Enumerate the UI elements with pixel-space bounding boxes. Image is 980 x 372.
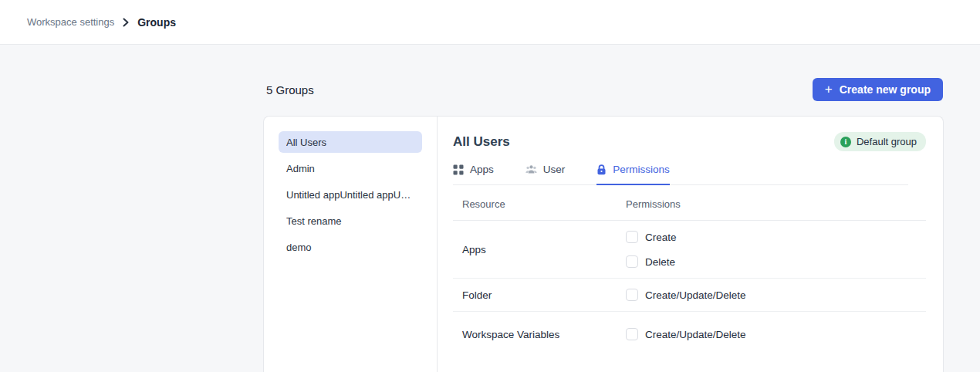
breadcrumb-workspace-settings[interactable]: Workspace settings bbox=[27, 16, 114, 28]
default-group-badge: i Default group bbox=[834, 132, 926, 151]
permission-option-create: Create bbox=[626, 231, 677, 243]
default-group-label: Default group bbox=[857, 136, 917, 147]
group-item-test-rename[interactable]: Test rename bbox=[279, 210, 422, 232]
table-row-workspace-variables: Workspace Variables Create/Update/Delete bbox=[453, 312, 926, 350]
tab-permissions[interactable]: Permissions bbox=[596, 164, 670, 185]
tab-user[interactable]: User bbox=[525, 164, 566, 185]
create-new-group-button[interactable]: + Create new group bbox=[813, 78, 943, 101]
permission-options: Create/Update/Delete bbox=[626, 289, 746, 301]
column-header-permissions: Permissions bbox=[626, 198, 926, 210]
users-icon bbox=[525, 164, 537, 174]
resource-label: Workspace Variables bbox=[462, 329, 626, 340]
top-header: Workspace settings Groups bbox=[0, 0, 980, 45]
permission-option-delete: Delete bbox=[626, 255, 677, 268]
checkbox-label: Create/Update/Delete bbox=[645, 289, 746, 301]
group-item-label: Admin bbox=[286, 163, 315, 174]
table-row-folder: Folder Create/Update/Delete bbox=[453, 279, 926, 312]
group-item-all-users[interactable]: All Users bbox=[279, 131, 422, 153]
group-detail-panel: All Users i Default group Apps bbox=[438, 117, 943, 372]
groups-count: 5 Groups bbox=[266, 83, 314, 96]
group-list: All Users Admin Untitled appUntitled app… bbox=[264, 117, 438, 372]
group-title: All Users bbox=[453, 134, 510, 150]
lock-icon bbox=[596, 164, 607, 175]
info-icon: i bbox=[840, 137, 851, 147]
checkbox-label: Create bbox=[645, 232, 677, 243]
checkbox-label: Delete bbox=[645, 256, 675, 268]
group-item-label: Untitled appUntitled appUntitle… bbox=[286, 189, 414, 201]
breadcrumb: Workspace settings Groups bbox=[27, 16, 176, 29]
create-new-group-label: Create new group bbox=[840, 83, 931, 96]
delete-checkbox[interactable] bbox=[626, 255, 638, 268]
tab-bar: Apps User bbox=[453, 164, 908, 185]
groups-toolbar: 5 Groups + Create new group bbox=[266, 78, 943, 101]
permissions-table-header: Resource Permissions bbox=[453, 185, 926, 221]
permission-option-cud: Create/Update/Delete bbox=[626, 328, 746, 340]
chevron-right-icon bbox=[122, 18, 130, 27]
group-item-label: Test rename bbox=[286, 215, 342, 227]
folder-cud-checkbox[interactable] bbox=[626, 289, 638, 301]
permission-option-cud: Create/Update/Delete bbox=[626, 289, 746, 301]
grid-icon bbox=[453, 164, 464, 175]
resource-label: Apps bbox=[462, 244, 626, 255]
plus-icon: + bbox=[825, 83, 833, 96]
tab-permissions-label: Permissions bbox=[613, 164, 670, 175]
group-item-admin[interactable]: Admin bbox=[279, 157, 422, 179]
checkbox-label: Create/Update/Delete bbox=[645, 329, 746, 340]
permission-options: Create Delete bbox=[626, 231, 677, 268]
permissions-table: Resource Permissions Apps Create Delete bbox=[453, 185, 926, 350]
groups-card: All Users Admin Untitled appUntitled app… bbox=[263, 116, 944, 372]
panel-head: All Users i Default group bbox=[453, 132, 926, 151]
permission-options: Create/Update/Delete bbox=[626, 328, 746, 340]
create-checkbox[interactable] bbox=[626, 231, 638, 243]
resource-label: Folder bbox=[462, 289, 626, 301]
tab-apps-label: Apps bbox=[470, 164, 494, 175]
workspace-variables-cud-checkbox[interactable] bbox=[626, 328, 638, 340]
table-row-apps: Apps Create Delete bbox=[453, 221, 926, 279]
group-item-label: demo bbox=[286, 242, 312, 253]
tab-user-label: User bbox=[543, 164, 566, 175]
group-item-label: All Users bbox=[286, 137, 326, 148]
tab-apps[interactable]: Apps bbox=[453, 164, 494, 185]
breadcrumb-groups: Groups bbox=[137, 16, 176, 29]
column-header-resource: Resource bbox=[462, 198, 626, 210]
group-item-untitled-app[interactable]: Untitled appUntitled appUntitle… bbox=[279, 184, 422, 205]
group-item-demo[interactable]: demo bbox=[279, 236, 422, 258]
